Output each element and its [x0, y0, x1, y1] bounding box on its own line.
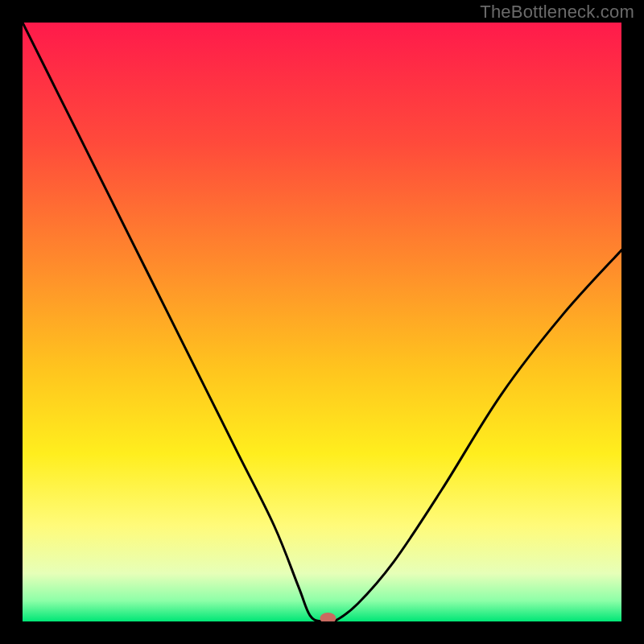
watermark-text: TheBottleneck.com	[480, 2, 634, 23]
chart-container: TheBottleneck.com	[0, 0, 644, 644]
bottleneck-chart-svg	[23, 23, 621, 621]
gradient-background	[23, 23, 621, 621]
plot-area	[23, 23, 621, 621]
